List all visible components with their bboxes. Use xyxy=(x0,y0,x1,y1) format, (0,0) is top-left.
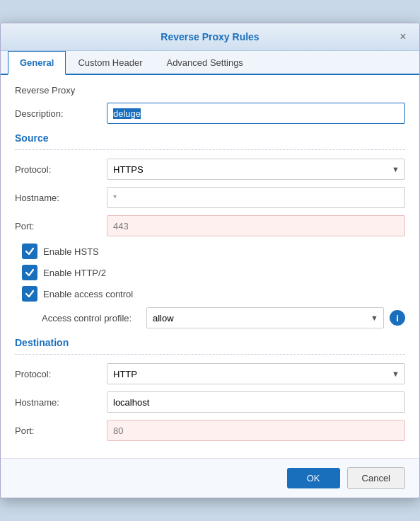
tab-general[interactable]: General xyxy=(8,51,66,75)
reverse-proxy-label: Reverse Proxy xyxy=(15,85,405,96)
source-protocol-select[interactable]: HTTPS HTTP xyxy=(107,159,405,180)
destination-header: Destination xyxy=(15,337,405,348)
source-hostname-input[interactable] xyxy=(107,187,405,208)
dialog-footer: OK Cancel xyxy=(1,458,419,498)
source-header: Source xyxy=(15,132,405,144)
dest-protocol-select[interactable]: HTTP HTTPS xyxy=(107,363,405,384)
access-control-select-wrap: allow deny ▼ xyxy=(146,307,384,328)
source-port-label: Port: xyxy=(15,221,107,231)
access-control-profile-row: Access control profile: allow deny ▼ i xyxy=(15,307,405,328)
source-port-row: Port: xyxy=(15,215,405,236)
content-area: Reverse Proxy Description: Source Protoc… xyxy=(1,75,419,458)
title-bar: Reverse Proxy Rules × xyxy=(1,23,419,51)
description-label: Description: xyxy=(15,108,107,119)
dest-protocol-select-wrap: HTTP HTTPS ▼ xyxy=(107,363,405,384)
source-hostname-label: Hostname: xyxy=(15,193,107,203)
reverse-proxy-dialog: Reverse Proxy Rules × General Custom Hea… xyxy=(0,23,420,498)
close-button[interactable]: × xyxy=(397,30,409,43)
dest-port-row: Port: xyxy=(15,420,405,441)
tab-bar: General Custom Header Advanced Settings xyxy=(1,51,419,75)
tab-advanced-settings[interactable]: Advanced Settings xyxy=(154,51,255,75)
enable-http2-row: Enable HTTP/2 xyxy=(15,265,405,280)
dest-hostname-input[interactable] xyxy=(107,391,405,413)
ok-button[interactable]: OK xyxy=(287,468,340,488)
access-control-profile-label: Access control profile: xyxy=(42,313,146,324)
dest-port-label: Port: xyxy=(15,425,107,436)
dest-hostname-row: Hostname: xyxy=(15,391,405,413)
source-hostname-row: Hostname: xyxy=(15,187,405,208)
dest-port-input[interactable] xyxy=(107,420,405,441)
source-divider xyxy=(15,149,405,150)
tab-custom-header[interactable]: Custom Header xyxy=(66,51,154,75)
enable-access-control-row: Enable access control xyxy=(15,286,405,302)
source-protocol-row: Protocol: HTTPS HTTP ▼ xyxy=(15,159,405,180)
source-port-input[interactable] xyxy=(107,215,405,236)
cancel-button[interactable]: Cancel xyxy=(347,467,405,489)
source-protocol-select-wrap: HTTPS HTTP ▼ xyxy=(107,159,405,180)
dest-protocol-label: Protocol: xyxy=(15,369,107,379)
source-protocol-label: Protocol: xyxy=(15,164,107,175)
access-control-select[interactable]: allow deny xyxy=(146,307,384,328)
description-row: Description: xyxy=(15,103,405,124)
dest-protocol-row: Protocol: HTTP HTTPS ▼ xyxy=(15,363,405,384)
enable-hsts-label: Enable HSTS xyxy=(43,246,99,257)
enable-http2-checkbox[interactable] xyxy=(22,265,37,280)
enable-http2-label: Enable HTTP/2 xyxy=(43,268,106,278)
dest-hostname-label: Hostname: xyxy=(15,397,107,408)
description-input[interactable] xyxy=(107,103,405,124)
destination-divider xyxy=(15,354,405,355)
dialog-title: Reverse Proxy Rules xyxy=(23,31,397,42)
enable-access-control-label: Enable access control xyxy=(43,289,133,299)
enable-access-control-checkbox[interactable] xyxy=(22,286,37,302)
enable-hsts-checkbox[interactable] xyxy=(22,244,37,259)
access-control-info-icon[interactable]: i xyxy=(390,310,405,326)
enable-hsts-row: Enable HSTS xyxy=(15,244,405,259)
